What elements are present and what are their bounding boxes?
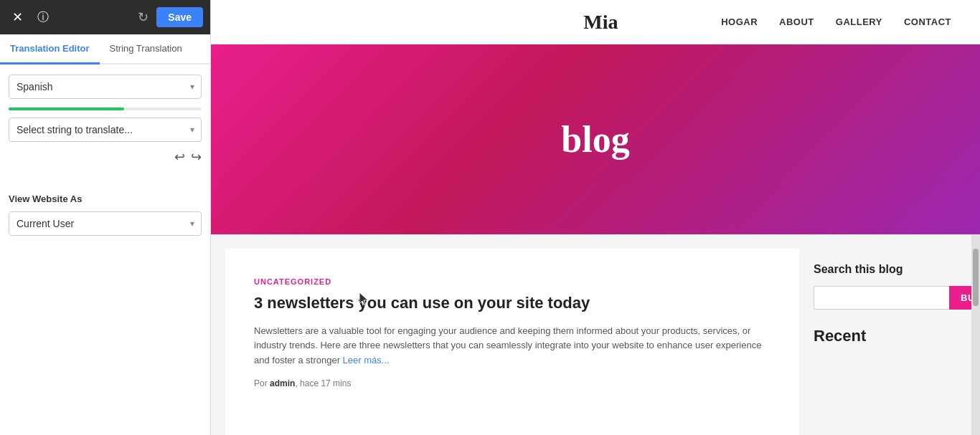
string-select[interactable]: Select string to translate... [9, 118, 202, 142]
tab-translation-editor[interactable]: Translation Editor [0, 34, 100, 64]
nav-item-contact[interactable]: CONTACT [904, 16, 951, 27]
hero-section: blog [211, 44, 980, 234]
search-row: BUSCAR [814, 286, 957, 310]
post-meta: Por admin, hace 17 mins [254, 378, 771, 388]
nav-item-gallery[interactable]: GALLERY [836, 16, 882, 27]
view-website-as-heading: View Website As [9, 193, 202, 204]
string-select-wrapper: Select string to translate... ▾ [9, 118, 202, 142]
post-meta-prefix: Por [254, 378, 268, 388]
progress-bar-fill [9, 107, 124, 110]
panel-body: Spanish French German Italian Portuguese… [0, 64, 210, 435]
save-button[interactable]: Save [156, 7, 203, 27]
tab-string-translation[interactable]: String Translation [100, 34, 192, 64]
close-button[interactable]: ✕ [7, 7, 27, 27]
search-blog-label: Search this blog [814, 263, 957, 276]
site-logo: Mia [481, 11, 722, 34]
read-more-link[interactable]: Leer más... [343, 355, 390, 365]
nav-item-hogar[interactable]: HOGAR [721, 16, 758, 27]
nav-links: HOGAR ABOUT GALLERY CONTACT [721, 16, 951, 27]
content-area: UNCATEGORIZED 3 newsletters you can use … [211, 234, 980, 435]
blog-sidebar: Search this blog BUSCAR Recent [799, 234, 971, 435]
post-category: UNCATEGORIZED [254, 277, 771, 286]
post-title: 3 newsletters you can use on your site t… [254, 293, 771, 314]
left-panel: ✕ ⓘ ↻ Save Translation Editor String Tra… [0, 0, 211, 435]
nav-item-about[interactable]: ABOUT [779, 16, 814, 27]
undo-button[interactable]: ↩ [174, 149, 185, 165]
progress-bar [9, 107, 202, 110]
language-select-wrapper: Spanish French German Italian Portuguese… [9, 75, 202, 99]
recent-label: Recent [814, 327, 957, 345]
blog-post-area: UNCATEGORIZED 3 newsletters you can use … [225, 249, 799, 435]
hero-title: blog [561, 118, 629, 161]
view-as-select-wrapper: Current User Guest Admin ▾ [9, 211, 202, 236]
spinner-icon: ↻ [135, 9, 151, 25]
post-excerpt: Newsletters are a valuable tool for enga… [254, 324, 771, 368]
scrollbar-thumb[interactable] [973, 249, 979, 306]
post-author: admin [270, 378, 295, 388]
toolbar: ✕ ⓘ ↻ Save [0, 0, 210, 34]
site-nav: Mia HOGAR ABOUT GALLERY CONTACT [211, 0, 980, 44]
search-input[interactable] [814, 286, 949, 310]
view-as-select[interactable]: Current User Guest Admin [9, 211, 202, 236]
right-preview: Mia HOGAR ABOUT GALLERY CONTACT blog UNC… [211, 0, 980, 435]
tabs-bar: Translation Editor String Translation [0, 34, 210, 64]
scrollbar[interactable] [971, 234, 980, 435]
redo-button[interactable]: ↪ [191, 149, 202, 165]
info-button[interactable]: ⓘ [33, 7, 53, 27]
post-time: hace 17 mins [300, 378, 351, 388]
language-select[interactable]: Spanish French German Italian Portuguese [9, 75, 202, 99]
undo-redo-bar: ↩ ↪ [9, 149, 202, 165]
